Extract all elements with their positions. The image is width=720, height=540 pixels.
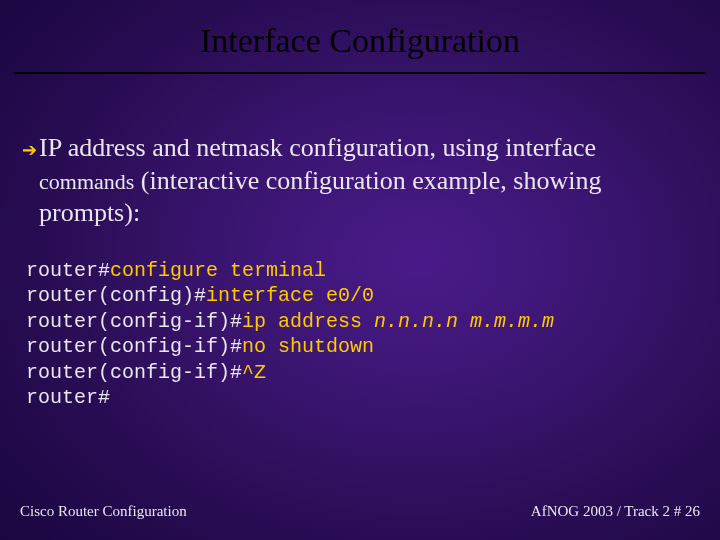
slide-footer: Cisco Router Configuration AfNOG 2003 / … [20,503,700,520]
code-cmd: configure terminal [110,259,326,282]
code-prompt: router# [26,259,110,282]
slide-body: ➔ IP address and netmask configuration, … [22,132,690,411]
footer-right: AfNOG 2003 / Track 2 # 26 [531,503,700,520]
code-prompt: router(config-if)# [26,335,242,358]
code-cmd: interface e0/0 [206,284,374,307]
title-divider [14,72,706,74]
bullet-text: IP address and netmask configuration, us… [39,132,690,230]
code-prompt: router(config)# [26,284,206,307]
code-cmd: ip address [242,310,374,333]
bullet-smallword: commands [39,169,134,194]
bullet-arrow-icon: ➔ [22,134,37,166]
code-cmd: no shutdown [242,335,374,358]
code-prompt: router# [26,386,110,409]
code-prompt: router(config-if)# [26,310,242,333]
bullet-line1: IP address and netmask configuration, us… [39,133,596,162]
code-block: router#configure terminal router(config)… [26,258,690,412]
code-prompt: router(config-if)# [26,361,242,384]
bullet-item: ➔ IP address and netmask configuration, … [22,132,690,230]
footer-left: Cisco Router Configuration [20,503,187,520]
code-placeholder: n.n.n.n m.m.m.m [374,310,554,333]
slide-title: Interface Configuration [0,22,720,60]
code-cmd: ^Z [242,361,266,384]
